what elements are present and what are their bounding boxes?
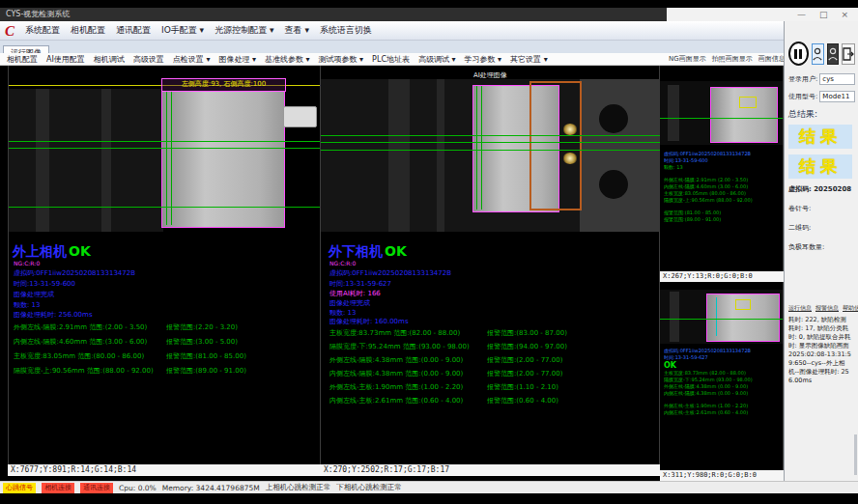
model-field[interactable]: Mode11 [819,91,855,102]
user-icon [813,47,822,61]
measurement-value: 内侧左线-主板:2.61mm 范围:(0.60 - 4.00) [329,396,487,406]
tab-run-info[interactable]: 运行信息 [788,304,812,313]
lower-cam-heartbeat: 下相机心跳检测正常 [336,483,402,492]
highlight-spot [562,153,578,164]
small-line: 报警范围:(89.00 - 91.00) [664,216,780,223]
memory-usage: Memory: 3424.41796875M [162,484,260,492]
machine-block [580,79,660,232]
measurement-value: 外侧左线-隔膜:4.38mm 范围:(0.00 - 9.00) [329,355,487,365]
app-window: CYS-视觉检测系统 — □ × C 系统配置 相机配置 通讯配置 IO手配置 … [0,0,858,504]
alarm-range: 报警范围:(3.00 - 5.00) [166,337,238,347]
machine-strip [437,79,444,232]
tab-view-info[interactable]: 画面信息 [758,54,786,64]
pixel-coords-small-2: X:311;Y:980;R:0;G:0;B:0 [660,470,784,481]
login-user-field[interactable]: cys [819,73,855,85]
small-line: 外侧左线-隔膜:2.91mm (2.00 - 3.50) [664,177,780,183]
camera-view-upper[interactable]: 左侧高度:93, 右侧高度:100 外上相机OK NG:C:R:0 虚拟码:0F… [8,66,321,464]
small-line: 颗数: 13 [664,164,780,171]
menu-view[interactable]: 查看 ▾ [285,24,309,37]
menu-light-config[interactable]: 光源控制配置 ▾ [214,24,273,37]
small-line: 外侧左线-隔膜:4.38mm (0.00 - 9.00) [664,383,780,390]
tool-image-processing[interactable]: 图像处理 ▾ [218,54,256,65]
app-logo-icon: C [5,22,14,40]
tool-camera-debug[interactable]: 相机调试 [94,54,125,65]
tool-ai-config[interactable]: AI使用配置 [46,54,85,65]
tab-alarm-info[interactable]: 报警信息 [815,304,839,313]
tool-learning-params[interactable]: 学习参数 ▾ [465,54,502,65]
control-panel: 登录用户: cys 使用型号: Mode11 总结果: 结果 结果 虚拟码: 2… [784,21,858,481]
small-line: 外侧左线-主板:1.90mm (1.00 - 2.20) [664,403,780,409]
tool-plc-address[interactable]: PLC地址表 [372,54,410,65]
machine-hole [599,104,628,133]
menu-system-config[interactable]: 系统配置 [25,24,60,37]
comm-connect-badge: 通讯连接 [80,483,113,493]
menu-language-switch[interactable]: 系统语言切换 [320,24,372,37]
maximize-button[interactable]: □ [819,8,828,21]
measurement-value: 主板宽度:83.73mm 范围:(82.00 - 88.00) [329,328,487,338]
virtual-code-row: 虚拟码: 20250208 [788,184,855,194]
ok-status: OK [69,243,91,259]
small-line: 主板宽度:83.05mm (80.00 - 86.00) [664,190,780,197]
small-line: 时间:13-31-59-600 [664,157,780,164]
camera-view-lower[interactable]: AI处理图像 外下相机OK NG:C:R:0 虚拟码:0FF1iiw202502… [321,66,660,464]
exit-button[interactable] [842,43,855,65]
pixel-coords-upper: X:7677;Y:891;R:14;G:14;B:14 [8,464,321,476]
window-title: CYS-视觉检测系统 [6,8,70,21]
small-line: 隔膜宽度-上:90.56mm (88.00 - 92.00) [664,197,780,204]
alarm-range: 报警范围:(1.10 - 2.10) [487,382,558,392]
minimize-button[interactable]: — [797,8,806,21]
small-camera-1-view[interactable] [660,81,783,145]
info-scrollbar[interactable] [854,434,857,475]
measurement-value: 隔膜宽度-上:90.56mm 范围:(88.00 - 92.00) [14,366,166,376]
ai-detection-box [529,81,582,210]
user-dark-icon [828,47,838,61]
measurement-row: 外侧左线-隔膜:4.38mm 范围:(0.00 - 9.00) 报警范围:(2.… [329,355,656,369]
measurement-row: 隔膜宽度-上:90.56mm 范围:(88.00 - 92.00) 报警范围:(… [14,366,317,380]
defect-marker [739,97,757,108]
machine-strip [36,89,49,232]
pause-button[interactable] [788,42,809,66]
cpu-usage: Cpu: 0.0% [119,484,157,492]
tab-ng-view[interactable]: NG画面显示 [669,54,706,64]
small-camera-2-view[interactable] [660,290,783,344]
tab-capture-view[interactable]: 拍照画面显示 [712,54,753,64]
menu-io-config[interactable]: IO手配置 ▾ [161,24,204,37]
small-line: 主板宽度:83.73mm (82.00 - 88.00) [664,370,780,377]
alarm-range: 报警范围:(81.00 - 85.00) [166,351,246,361]
green-measure-line [321,135,660,136]
window-controls: — □ × [667,8,858,21]
tool-other-settings[interactable]: 其它设置 ▾ [510,54,548,65]
machine-strip [101,89,111,232]
pin-number-label: 卷针号: [788,204,855,213]
machine-background [9,89,163,232]
measurement-value: 隔膜宽度-下:95.24mm 范围:(93.00 - 98.00) [329,342,487,351]
tool-advanced-settings[interactable]: 高级设置 [133,54,164,65]
tab-help-info[interactable]: 帮助信息 [843,304,858,313]
small-line: 虚拟码:0FF1iiw2025020813313472B [664,348,780,354]
small-line: 虚拟码:0FF1iiw2025020813313472B [664,151,780,157]
model-label: 使用型号: [788,92,817,101]
tool-test-params[interactable]: 测试项参数 ▾ [319,54,364,65]
time-line: 时间:13-31-59-600 [14,279,75,289]
runtime-log-text: 耗时: 222, 缺陷检测耗时: 17, 缺陷分类耗时: 0, 缺陷提取合并耗时… [788,316,852,385]
measurement-row: 隔膜宽度-下:95.24mm 范围:(93.00 - 98.00) 报警范围:(… [329,342,656,355]
ok-status: OK [385,243,407,259]
tab-count-label: 负极耳数量: [788,242,855,252]
tool-advanced-debug[interactable]: 高级调试 ▾ [418,54,456,65]
green-measure-line [9,141,320,142]
status-bar: 心跳信号 相机连接 通讯连接 Cpu: 0.0% Memory: 3424.41… [0,481,858,493]
admin-button[interactable] [827,43,840,65]
tool-spot-check[interactable]: 点检设置 ▾ [173,54,211,65]
close-button[interactable]: × [841,8,848,21]
menu-camera-config[interactable]: 相机配置 [71,24,105,37]
green-edge-line [171,92,172,225]
result-upper-text: 结果 [799,126,842,148]
measurement-row: 主板宽度:83.05mm 范围:(80.00 - 86.00) 报警范围:(81… [14,351,317,366]
tool-camera-config[interactable]: 相机配置 [7,54,38,65]
green-measure-line [321,150,660,151]
user-login-button[interactable] [812,43,824,65]
defect-marker [735,299,751,310]
done-line: 图像处理完成 [14,290,54,299]
tool-baseline-params[interactable]: 基准线参数 ▾ [265,54,310,65]
menu-comm-config[interactable]: 通讯配置 [116,24,151,37]
